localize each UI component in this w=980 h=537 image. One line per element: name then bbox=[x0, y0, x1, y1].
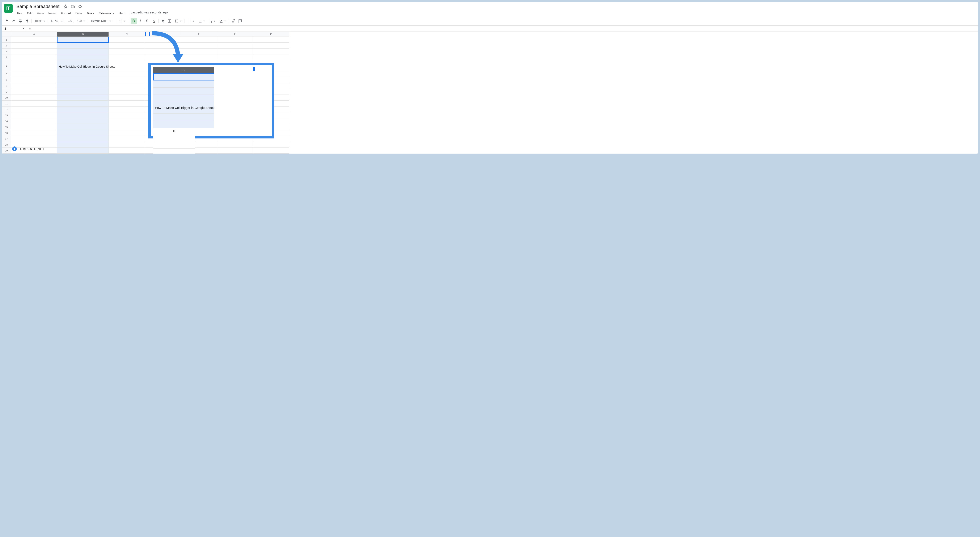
cell-C15[interactable] bbox=[109, 124, 145, 130]
row-header-12[interactable]: 12 bbox=[2, 107, 11, 112]
cell-F3[interactable] bbox=[217, 49, 253, 54]
cell-G19[interactable] bbox=[253, 148, 289, 154]
cell-A10[interactable] bbox=[11, 95, 57, 100]
currency-button[interactable]: $ bbox=[49, 19, 54, 24]
merge-cells-dropdown[interactable] bbox=[173, 18, 183, 24]
cell-C8[interactable] bbox=[109, 83, 145, 89]
bold-button[interactable]: B bbox=[130, 18, 137, 24]
cell-B15[interactable] bbox=[57, 124, 109, 130]
cell-A7[interactable] bbox=[11, 77, 57, 83]
cloud-icon[interactable] bbox=[78, 5, 82, 9]
row-header-17[interactable]: 17 bbox=[2, 136, 11, 142]
print-button[interactable] bbox=[17, 18, 24, 24]
select-all-corner[interactable] bbox=[2, 32, 11, 37]
cell-C9[interactable] bbox=[109, 89, 145, 95]
borders-button[interactable] bbox=[167, 18, 173, 24]
menu-view[interactable]: View bbox=[35, 11, 46, 16]
cell-C16[interactable] bbox=[109, 130, 145, 136]
col-header-e[interactable]: E bbox=[181, 32, 217, 37]
italic-button[interactable]: I bbox=[137, 18, 143, 24]
horizontal-align-dropdown[interactable] bbox=[186, 18, 196, 24]
document-title[interactable]: Sample Spreadsheet bbox=[15, 3, 60, 10]
cell-A11[interactable] bbox=[11, 100, 57, 107]
sheets-logo[interactable] bbox=[4, 4, 13, 13]
zoom-dropdown[interactable]: 100% bbox=[33, 19, 47, 24]
cell-C12[interactable] bbox=[109, 107, 145, 112]
cell-E2[interactable] bbox=[181, 43, 217, 49]
col-header-c[interactable]: C bbox=[109, 32, 145, 37]
cell-A6[interactable] bbox=[11, 71, 57, 77]
text-rotation-dropdown[interactable] bbox=[218, 18, 228, 24]
menu-file[interactable]: File bbox=[15, 11, 24, 16]
edit-status[interactable]: Last edit was seconds ago bbox=[130, 11, 168, 16]
cell-B13[interactable] bbox=[57, 112, 109, 118]
cell-E1[interactable] bbox=[181, 37, 217, 43]
row-header-16[interactable]: 16 bbox=[2, 130, 11, 136]
cell-D3[interactable] bbox=[145, 49, 181, 54]
cell-B4[interactable] bbox=[57, 54, 109, 60]
row-header-1[interactable]: 1 bbox=[2, 37, 11, 43]
cell-A8[interactable] bbox=[11, 83, 57, 89]
name-box[interactable]: :B bbox=[2, 25, 27, 32]
cell-D2[interactable] bbox=[145, 43, 181, 49]
cell-A1[interactable] bbox=[11, 37, 57, 43]
text-wrap-dropdown[interactable] bbox=[207, 18, 217, 24]
cell-B17[interactable] bbox=[57, 136, 109, 142]
cell-F19[interactable] bbox=[217, 148, 253, 154]
menu-extensions[interactable]: Extensions bbox=[97, 11, 116, 16]
move-icon[interactable] bbox=[71, 5, 75, 9]
insert-link-button[interactable] bbox=[230, 18, 237, 24]
cell-F18[interactable] bbox=[217, 142, 253, 148]
cell-E4[interactable] bbox=[181, 54, 217, 60]
cell-A3[interactable] bbox=[11, 49, 57, 54]
cell-A12[interactable] bbox=[11, 107, 57, 112]
cell-B18[interactable] bbox=[57, 142, 109, 148]
cell-C17[interactable] bbox=[109, 136, 145, 142]
column-resize-handle-right[interactable] bbox=[149, 32, 150, 36]
cell-C18[interactable] bbox=[109, 142, 145, 148]
row-header-14[interactable]: 14 bbox=[2, 118, 11, 124]
row-header-10[interactable]: 10 bbox=[2, 95, 11, 100]
cell-C4[interactable] bbox=[109, 54, 145, 60]
row-header-18[interactable]: 18 bbox=[2, 142, 11, 148]
row-header-15[interactable]: 15 bbox=[2, 124, 11, 130]
fill-color-button[interactable] bbox=[160, 18, 166, 24]
row-header-8[interactable]: 8 bbox=[2, 83, 11, 89]
cell-C2[interactable] bbox=[109, 43, 145, 49]
increase-decimal-button[interactable]: .00→ bbox=[67, 18, 75, 24]
strikethrough-button[interactable]: S bbox=[144, 18, 150, 24]
cell-C11[interactable] bbox=[109, 100, 145, 107]
menu-data[interactable]: Data bbox=[73, 11, 84, 16]
cell-D1[interactable] bbox=[145, 37, 181, 43]
cell-A17[interactable] bbox=[11, 136, 57, 142]
row-header-13[interactable]: 13 bbox=[2, 112, 11, 118]
row-header-11[interactable]: 11 bbox=[2, 100, 11, 107]
menu-insert[interactable]: Insert bbox=[46, 11, 58, 16]
cell-B11[interactable] bbox=[57, 100, 109, 107]
cell-C7[interactable] bbox=[109, 77, 145, 83]
number-format-dropdown[interactable]: 123 bbox=[75, 19, 86, 24]
col-header-g[interactable]: G bbox=[253, 32, 289, 37]
cell-B8[interactable] bbox=[57, 83, 109, 89]
row-header-3[interactable]: 3 bbox=[2, 49, 11, 54]
cell-C3[interactable] bbox=[109, 49, 145, 54]
star-icon[interactable] bbox=[64, 5, 68, 9]
undo-button[interactable] bbox=[4, 18, 10, 24]
cell-B1[interactable] bbox=[57, 37, 109, 43]
menu-format[interactable]: Format bbox=[59, 11, 73, 16]
cell-A14[interactable] bbox=[11, 118, 57, 124]
cell-B12[interactable] bbox=[57, 107, 109, 112]
row-header-2[interactable]: 2 bbox=[2, 43, 11, 49]
row-header-5[interactable]: 5 bbox=[2, 60, 11, 71]
cell-A4[interactable] bbox=[11, 54, 57, 60]
cell-F4[interactable] bbox=[217, 54, 253, 60]
cell-B16[interactable] bbox=[57, 130, 109, 136]
cell-A9[interactable] bbox=[11, 89, 57, 95]
cell-B10[interactable] bbox=[57, 95, 109, 100]
cell-A13[interactable] bbox=[11, 112, 57, 118]
menu-edit[interactable]: Edit bbox=[25, 11, 35, 16]
cell-A15[interactable] bbox=[11, 124, 57, 130]
menu-tools[interactable]: Tools bbox=[84, 11, 96, 16]
cell-G2[interactable] bbox=[253, 43, 289, 49]
text-color-button[interactable]: A bbox=[151, 18, 157, 24]
